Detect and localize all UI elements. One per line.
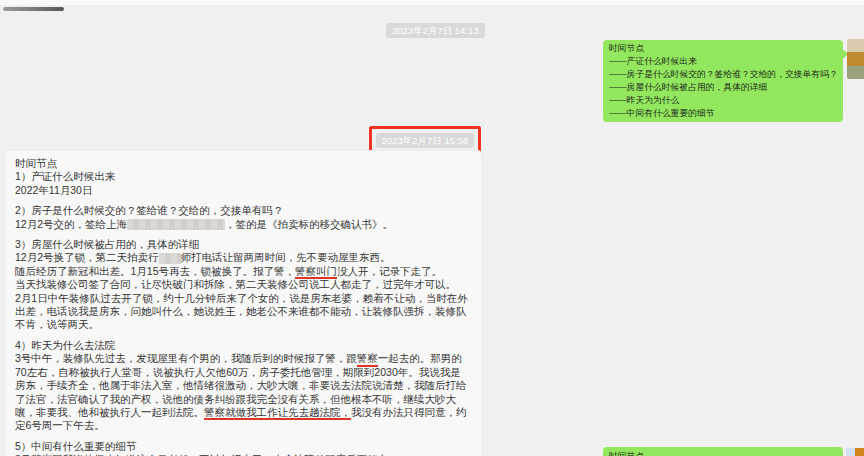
incoming-message-bubble[interactable]: 时间节点1）产证什么时候出来2022年11月30日2）房子是什么时候交的？签给谁… — [4, 150, 482, 456]
incoming-message-text: 时间节点1）产证什么时候出来2022年11月30日2）房子是什么时候交的？签给谁… — [15, 157, 471, 456]
user-avatar-top[interactable] — [847, 39, 864, 79]
divider-bar — [3, 7, 64, 11]
outgoing-note-text: 时间节点——产证什么时候出来——房子是什么时候交的？签给谁？交给的，交接单有吗？… — [609, 42, 837, 120]
outgoing-note-bottom-text: 时间节点 — [609, 450, 837, 456]
top-edge-highlight — [0, 0, 864, 5]
outgoing-message-bubble-bottom[interactable]: 时间节点 — [603, 447, 843, 456]
user-avatar-bottom[interactable] — [846, 448, 864, 456]
timestamp-badge-first: 2023年2月7日 14:13 — [386, 23, 485, 38]
timestamp-badge-second: 2023年2月7日 15:58 — [376, 133, 475, 148]
outgoing-message-bubble-top[interactable]: 时间节点——产证什么时候出来——房子是什么时候交的？签给谁？交给的，交接单有吗？… — [603, 40, 843, 122]
